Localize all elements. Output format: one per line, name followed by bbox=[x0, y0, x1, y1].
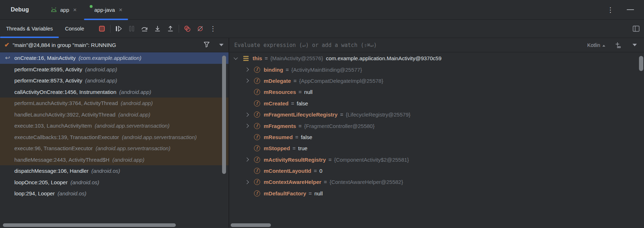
variable-name: mActivityResultRegistry bbox=[264, 157, 326, 163]
stack-frame-row[interactable]: callActivityOnCreate:1456, Instrumentati… bbox=[0, 86, 229, 98]
variable-row[interactable]: f mFragments = {FragmentController@25580… bbox=[229, 120, 644, 131]
stack-frame-row[interactable]: performCreate:8573, Activity (android.ap… bbox=[0, 75, 229, 86]
equals-sign: = bbox=[299, 123, 302, 129]
add-watch-button[interactable] bbox=[615, 42, 622, 48]
stack-frames-list: ↩ onCreate:16, MainActivity (com.example… bbox=[0, 52, 229, 228]
variable-type-icon: f bbox=[253, 167, 260, 175]
variable-name: mCreated bbox=[264, 100, 288, 106]
field-icon: f bbox=[254, 145, 260, 151]
stop-button[interactable] bbox=[95, 23, 108, 34]
variable-name: this bbox=[253, 55, 262, 61]
variable-row[interactable]: f mResources = null bbox=[229, 86, 644, 98]
view-breakpoints-icon bbox=[184, 25, 191, 32]
pause-button[interactable] bbox=[125, 23, 138, 34]
resume-button[interactable] bbox=[112, 23, 125, 34]
close-icon[interactable]: × bbox=[119, 7, 122, 13]
thread-dropdown-chevron-icon[interactable] bbox=[219, 44, 224, 46]
variables-panel: Evaluate expression (↵) or add a watch (… bbox=[229, 38, 644, 228]
variable-row[interactable]: f mFragmentLifecycleRegistry = {Lifecycl… bbox=[229, 109, 644, 120]
frame-package: (android.app) bbox=[118, 111, 150, 118]
stack-frame-row[interactable]: dispatchMessage:106, Handler (android.os… bbox=[0, 165, 229, 177]
variable-type-icon: f bbox=[253, 111, 260, 118]
tab-app-java[interactable]: app-java × bbox=[83, 0, 129, 19]
current-frame-back-icon: ↩ bbox=[5, 54, 14, 62]
expand-chevron-icon[interactable] bbox=[245, 181, 253, 184]
more-options-icon[interactable]: ⋮ bbox=[607, 6, 614, 14]
more-actions-button[interactable]: ⋮ bbox=[207, 23, 220, 34]
stack-frame-row[interactable]: executeCallbacks:139, TransactionExecuto… bbox=[0, 132, 229, 143]
variable-row[interactable]: f mContentLayoutId = 0 bbox=[229, 165, 644, 176]
variables-horizontal-scrollbar[interactable] bbox=[231, 223, 271, 227]
view-breakpoints-button[interactable] bbox=[181, 23, 194, 34]
stack-frame-row[interactable]: ↩ onCreate:16, MainActivity (com.example… bbox=[0, 52, 229, 64]
stack-frame-row[interactable]: loopOnce:205, Looper (android.os) bbox=[0, 177, 229, 188]
variable-row[interactable]: f mActivityResultRegistry = {ComponentAc… bbox=[229, 154, 644, 165]
variable-name: mContextAwareHelper bbox=[264, 179, 321, 185]
variable-value: 0 bbox=[319, 168, 322, 174]
equals-sign: = bbox=[309, 190, 312, 196]
stack-frame-row[interactable]: handleLaunchActivity:3922, ActivityThrea… bbox=[0, 109, 229, 120]
step-into-button[interactable] bbox=[151, 23, 164, 34]
variable-row[interactable]: f mResumed = false bbox=[229, 132, 644, 143]
variable-name: mContentLayoutId bbox=[264, 168, 311, 174]
language-selector[interactable]: Kotlin bbox=[587, 42, 605, 48]
variable-reference: {MainActivity@25576} bbox=[270, 55, 323, 61]
variable-row[interactable]: f mContextAwareHelper = {ContextAwareHel… bbox=[229, 176, 644, 187]
frame-method: performCreate:8595, Activity bbox=[14, 66, 82, 72]
stack-frame-row[interactable]: loop:294, Looper (android.os) bbox=[0, 188, 229, 199]
expand-chevron-icon[interactable] bbox=[245, 79, 253, 82]
variable-row[interactable]: this = {MainActivity@25576} com.example.… bbox=[229, 53, 644, 64]
stack-frame-row[interactable]: performLaunchActivity:3764, ActivityThre… bbox=[0, 98, 229, 109]
step-over-button[interactable] bbox=[138, 23, 151, 34]
frame-package: (android.app.servertransaction) bbox=[95, 123, 169, 129]
frames-horizontal-scrollbar[interactable] bbox=[3, 223, 176, 227]
thread-selector[interactable]: ✔ "main"@24,884 in group "main": RUNNING bbox=[0, 38, 229, 52]
frame-package: (android.app.servertransaction) bbox=[95, 145, 170, 151]
variable-row[interactable]: f mStopped = true bbox=[229, 143, 644, 154]
debugger-main-area: ✔ "main"@24,884 in group "main": RUNNING… bbox=[0, 38, 644, 228]
variable-reference: {ContextAwareHelper@25582} bbox=[329, 179, 403, 185]
variable-type-icon: f bbox=[253, 77, 260, 84]
evaluate-expression-input[interactable]: Evaluate expression (↵) or add a watch (… bbox=[234, 42, 587, 48]
frame-package: (android.os) bbox=[91, 168, 120, 174]
panel-dropdown-chevron-icon[interactable] bbox=[633, 44, 637, 46]
toolbar-separator bbox=[179, 25, 179, 33]
variable-row[interactable]: f mDefaultFactory = null bbox=[229, 188, 644, 199]
tab-console[interactable]: Console bbox=[59, 20, 90, 38]
frame-method: onCreate:16, MainActivity bbox=[14, 55, 76, 61]
variable-type-icon: f bbox=[253, 100, 260, 107]
frame-method: handleLaunchActivity:3922, ActivityThrea… bbox=[14, 111, 116, 118]
variable-row[interactable]: f mDelegate = {AppCompatDelegateImpl@255… bbox=[229, 75, 644, 86]
tab-app[interactable]: app × bbox=[43, 0, 83, 19]
stack-frame-row[interactable]: handleMessage:2443, ActivityThread$H (an… bbox=[0, 154, 229, 166]
tab-threads-variables[interactable]: Threads & Variables bbox=[0, 20, 59, 38]
mute-breakpoints-icon bbox=[197, 25, 204, 32]
expand-chevron-icon[interactable] bbox=[245, 68, 253, 71]
filter-frames-icon[interactable] bbox=[203, 42, 210, 49]
variable-name: mResources bbox=[264, 89, 296, 95]
stack-frame-row[interactable]: performCreate:8595, Activity (android.ap… bbox=[0, 64, 229, 75]
field-icon: f bbox=[254, 123, 260, 129]
variable-value: null bbox=[314, 190, 323, 196]
variable-name: mFragments bbox=[264, 123, 296, 129]
layout-settings-icon[interactable] bbox=[633, 25, 640, 32]
equals-sign: = bbox=[295, 134, 299, 140]
field-icon: f bbox=[254, 157, 260, 163]
variable-row[interactable]: f binding = {ActivityMainBinding@25577} bbox=[229, 64, 644, 75]
expand-chevron-icon[interactable] bbox=[234, 57, 242, 59]
variable-name: mFragmentLifecycleRegistry bbox=[264, 111, 338, 118]
variables-vertical-scrollbar[interactable] bbox=[639, 56, 643, 71]
minimize-icon[interactable] bbox=[627, 9, 634, 10]
frame-package: (android.app) bbox=[85, 66, 117, 72]
stack-frame-row[interactable]: execute:96, TransactionExecutor (android… bbox=[0, 143, 229, 154]
frames-vertical-scrollbar[interactable] bbox=[222, 56, 226, 174]
mute-breakpoints-button[interactable] bbox=[194, 23, 207, 34]
field-icon: f bbox=[254, 100, 260, 106]
expand-chevron-icon[interactable] bbox=[245, 113, 253, 116]
expand-chevron-icon[interactable] bbox=[245, 158, 253, 161]
step-out-button[interactable] bbox=[164, 23, 177, 34]
stack-frame-row[interactable]: execute:103, LaunchActivityItem (android… bbox=[0, 120, 229, 132]
variable-row[interactable]: f mCreated = false bbox=[229, 98, 644, 109]
close-icon[interactable]: × bbox=[73, 7, 77, 13]
expand-chevron-icon[interactable] bbox=[245, 124, 253, 127]
